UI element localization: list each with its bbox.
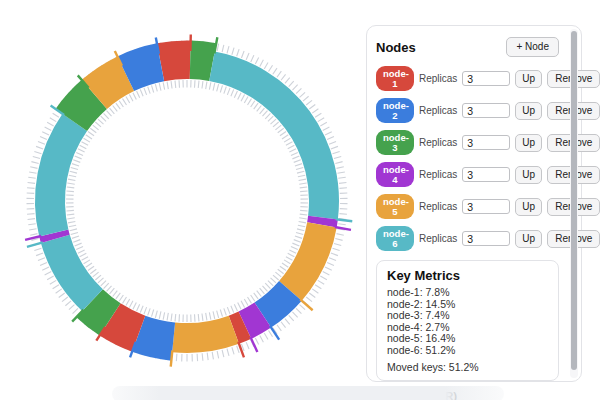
node-badge: node-1 [376,66,414,91]
up-button[interactable]: Up [515,134,542,152]
up-button[interactable]: Up [515,70,542,88]
replicas-label: Replicas [419,73,457,84]
replicas-label: Replicas [419,105,457,116]
ring-segment-node-3 [90,303,110,319]
ring-segment-node-3 [71,94,94,120]
ring-segment-node-1 [110,319,139,333]
replicas-label: Replicas [419,169,457,180]
node-badge: node-6 [376,226,414,251]
nodes-title: Nodes [376,40,416,55]
metric-lines: node-1: 7.8%node-2: 14.5%node-3: 7.4%nod… [387,287,548,356]
node-badge: node-2 [376,98,414,123]
ring-segment-node-4 [245,315,263,325]
ring-segment-node-2 [126,62,161,73]
key-metrics-card: Key Metrics node-1: 7.8%node-2: 14.5%nod… [376,260,559,381]
replicas-input[interactable] [462,167,510,182]
replicas-input[interactable] [462,231,510,246]
node-row: node-1 Replicas Up Remove [376,66,559,91]
ring-segment-node-6 [55,239,92,300]
ring-segment-node-1 [161,60,191,63]
replicas-label: Replicas [419,233,457,244]
ring-segment-node-5 [94,74,125,95]
replicas-label: Replicas [419,137,457,148]
node-row: node-4 Replicas Up Remove [376,162,559,187]
up-button[interactable]: Up [515,102,542,120]
up-button[interactable]: Up [515,230,542,248]
ring-segment-node-4 [322,218,323,225]
up-button[interactable]: Up [515,166,542,184]
ring-segment-node-5 [174,330,234,338]
metric-line: node-6: 51.2% [387,345,548,357]
panel-scrollbar-thumb[interactable] [571,31,577,370]
ring-segment-node-6 [50,122,75,233]
replicas-input[interactable] [462,71,510,86]
control-panel: Nodes + Node node-1 Replicas Up Remove n… [366,25,582,382]
metric-line: node-1: 7.8% [387,287,548,299]
key-metrics-title: Key Metrics [387,268,548,283]
node-row: node-2 Replicas Up Remove [376,98,559,123]
node-badge: node-4 [376,162,414,187]
node-row: node-3 Replicas Up Remove [376,130,559,155]
up-button[interactable]: Up [515,198,542,216]
ring-segment-node-4 [54,233,56,239]
replicas-input[interactable] [462,199,510,214]
add-node-button[interactable]: + Node [506,37,559,57]
node-list: node-1 Replicas Up Remove node-2 Replica… [376,66,559,251]
moved-keys-line: Moved keys: 51.2% [387,361,548,373]
metric-line: node-5: 16.4% [387,333,548,345]
replicas-input[interactable] [462,135,510,150]
node-row: node-6 Replicas Up Remove [376,226,559,251]
panel-scrollbar-track[interactable] [570,29,578,378]
node-badge: node-3 [376,130,414,155]
ring-segment-node-1 [234,325,245,330]
cutoff-card [112,386,504,400]
node-badge: node-5 [376,194,414,219]
metric-line: node-3: 7.4% [387,310,548,322]
hash-ring-visualization [0,0,364,400]
replicas-input[interactable] [462,103,510,118]
ring-segment-node-2 [263,291,291,315]
nodes-header: Nodes + Node [376,37,559,57]
ring-segment-node-2 [139,334,174,342]
ring-segment-node-5 [290,225,322,291]
replicas-label: Replicas [419,201,457,212]
ring-segment-node-3 [190,60,213,62]
node-row: node-5 Replicas Up Remove [376,194,559,219]
